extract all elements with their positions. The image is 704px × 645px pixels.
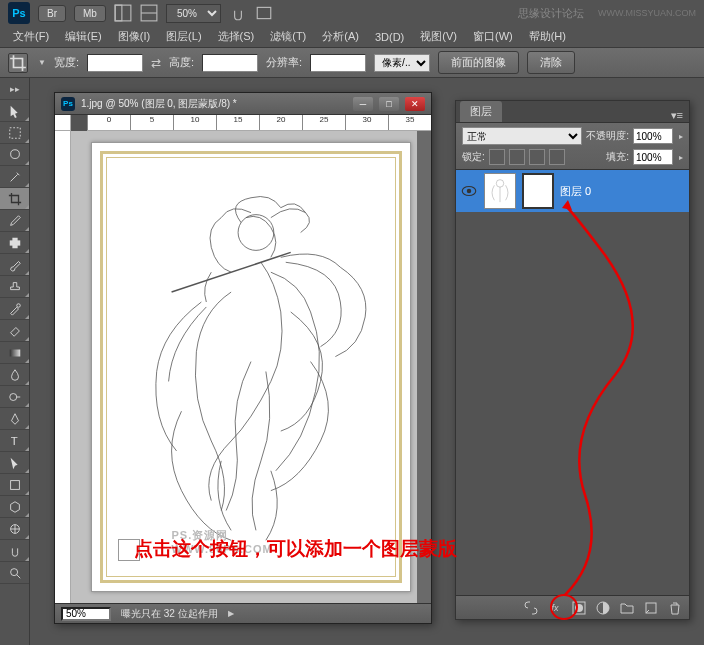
fill-label: 填充: (606, 150, 629, 164)
eraser-tool[interactable] (0, 320, 29, 342)
ruler-horizontal[interactable]: 05101520253035 (87, 115, 431, 131)
opacity-label: 不透明度: (586, 129, 629, 143)
layer-mask-thumbnail[interactable] (522, 173, 554, 209)
menu-3d[interactable]: 3D(D) (368, 28, 411, 46)
front-image-button[interactable]: 前面的图像 (438, 51, 519, 74)
unit-select[interactable]: 像素/... (374, 54, 430, 72)
bridge-button[interactable]: Br (38, 5, 66, 22)
opacity-chevron-icon[interactable]: ▸ (679, 132, 683, 141)
svg-rect-0 (115, 5, 131, 21)
healing-tool[interactable] (0, 232, 29, 254)
dodge-tool[interactable] (0, 386, 29, 408)
crop-tool[interactable] (0, 188, 29, 210)
zoom-tool[interactable] (0, 562, 29, 584)
menu-file[interactable]: 文件(F) (6, 26, 56, 47)
lock-transparency-icon[interactable] (489, 149, 505, 165)
status-zoom-input[interactable] (61, 607, 111, 621)
menu-edit[interactable]: 编辑(E) (58, 26, 109, 47)
document-titlebar[interactable]: Ps 1.jpg @ 50% (图层 0, 图层蒙版/8) * ─ □ ✕ (55, 93, 431, 115)
zoom-selector[interactable]: 50% (166, 4, 221, 23)
adjustment-layer-icon[interactable] (595, 600, 611, 616)
layers-panel: 图层 ▾≡ 正常 不透明度: ▸ 锁定: 填充: ▸ 图层 0 fx (455, 100, 690, 620)
path-selection-tool[interactable] (0, 452, 29, 474)
3d-tool[interactable] (0, 496, 29, 518)
layers-tab[interactable]: 图层 (460, 101, 502, 122)
brush-tool[interactable] (0, 254, 29, 276)
swap-icon[interactable]: ⇄ (151, 56, 161, 70)
width-input[interactable] (87, 54, 143, 72)
wand-tool[interactable] (0, 166, 29, 188)
svg-point-15 (238, 215, 274, 251)
brand-text: 思缘设计论坛 (518, 6, 584, 21)
svg-point-18 (496, 180, 504, 188)
layer-name[interactable]: 图层 0 (560, 184, 591, 199)
maximize-button[interactable]: □ (379, 97, 399, 111)
toggle-palette[interactable]: ▸▸ (0, 78, 29, 100)
svg-rect-12 (10, 480, 19, 489)
status-chevron-icon[interactable]: ▶ (228, 609, 234, 618)
lock-all-icon[interactable] (549, 149, 565, 165)
blur-tool[interactable] (0, 364, 29, 386)
link-layers-icon[interactable] (523, 600, 539, 616)
blend-mode-select[interactable]: 正常 (462, 127, 582, 145)
move-tool[interactable] (0, 100, 29, 122)
lock-position-icon[interactable] (529, 149, 545, 165)
menu-image[interactable]: 图像(I) (111, 26, 157, 47)
lock-pixels-icon[interactable] (509, 149, 525, 165)
3d-camera-tool[interactable] (0, 518, 29, 540)
menu-analysis[interactable]: 分析(A) (315, 26, 366, 47)
svg-point-8 (16, 303, 20, 307)
menu-select[interactable]: 选择(S) (211, 26, 262, 47)
height-input[interactable] (202, 54, 258, 72)
layout-icon[interactable] (114, 4, 132, 22)
panel-tabs: 图层 ▾≡ (456, 101, 689, 123)
close-button[interactable]: ✕ (405, 97, 425, 111)
menu-window[interactable]: 窗口(W) (466, 26, 520, 47)
delete-layer-icon[interactable] (667, 600, 683, 616)
layer-row[interactable]: 图层 0 (456, 170, 689, 212)
eyedropper-tool[interactable] (0, 210, 29, 232)
pen-tool[interactable] (0, 408, 29, 430)
minimize-button[interactable]: ─ (353, 97, 373, 111)
chevron-down-icon[interactable]: ▼ (38, 58, 46, 67)
marquee-tool[interactable] (0, 122, 29, 144)
layer-thumbnail[interactable] (484, 173, 516, 209)
ruler-vertical[interactable] (55, 131, 71, 603)
new-layer-icon[interactable] (643, 600, 659, 616)
opacity-input[interactable] (633, 128, 673, 144)
gradient-tool[interactable] (0, 342, 29, 364)
svg-rect-9 (9, 349, 20, 356)
menu-help[interactable]: 帮助(H) (522, 26, 573, 47)
type-tool[interactable]: T (0, 430, 29, 452)
minibridge-button[interactable]: Mb (74, 5, 106, 22)
menu-view[interactable]: 视图(V) (413, 26, 464, 47)
screen-mode-icon[interactable] (255, 4, 273, 22)
clear-button[interactable]: 清除 (527, 51, 575, 74)
panel-controls: 正常 不透明度: ▸ 锁定: 填充: ▸ (456, 123, 689, 170)
panel-menu-icon[interactable]: ▾≡ (665, 109, 689, 122)
canvas[interactable]: PS.资源网 WWW.86PS.COM (71, 131, 431, 603)
menu-filter[interactable]: 滤镜(T) (263, 26, 313, 47)
scrollbar-vertical[interactable] (417, 131, 431, 603)
resolution-input[interactable] (310, 54, 366, 72)
shape-tool[interactable] (0, 474, 29, 496)
new-group-icon[interactable] (619, 600, 635, 616)
height-label: 高度: (169, 55, 194, 70)
visibility-icon[interactable] (460, 182, 478, 200)
fill-input[interactable] (633, 149, 673, 165)
menu-layer[interactable]: 图层(L) (159, 26, 208, 47)
doc-ps-icon: Ps (61, 97, 75, 111)
resolution-label: 分辨率: (266, 55, 302, 70)
lasso-tool[interactable] (0, 144, 29, 166)
svg-point-14 (10, 568, 17, 575)
history-brush-tool[interactable] (0, 298, 29, 320)
document-title: 1.jpg @ 50% (图层 0, 图层蒙版/8) * (81, 97, 347, 111)
fill-chevron-icon[interactable]: ▸ (679, 153, 683, 162)
layout-icon-2[interactable] (140, 4, 158, 22)
crop-tool-icon[interactable] (8, 53, 28, 73)
stamp-tool[interactable] (0, 276, 29, 298)
annotation-text: 点击这个按钮，可以添加一个图层蒙版 (134, 536, 457, 562)
svg-rect-1 (115, 5, 122, 21)
hand-tool[interactable] (0, 540, 29, 562)
hand-icon[interactable] (229, 4, 247, 22)
